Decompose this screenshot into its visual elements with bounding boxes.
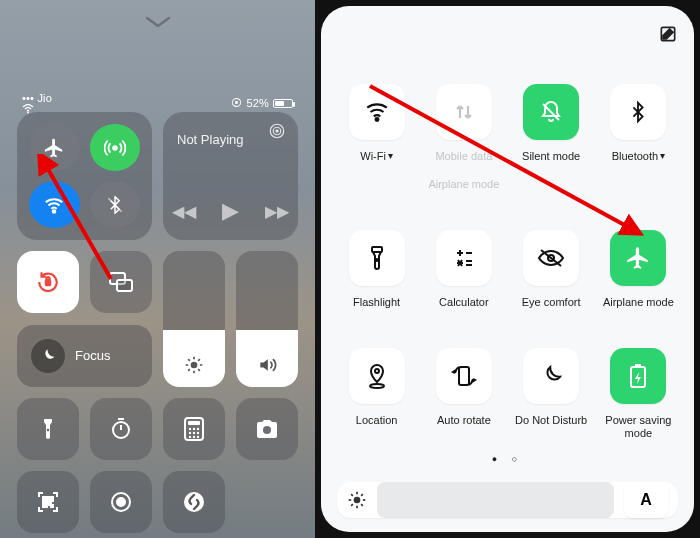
calculator-button[interactable] — [163, 398, 225, 460]
qs-label: Airplane mode — [603, 296, 674, 320]
auto-brightness-button[interactable]: A — [624, 482, 668, 518]
svg-point-29 — [189, 436, 191, 438]
carrier-label: Jio — [37, 92, 52, 104]
qs-tile-flashlight[interactable]: Flashlight — [337, 230, 416, 320]
powersave-icon[interactable] — [610, 348, 666, 404]
qs-tile-powersave[interactable]: Power saving mode — [599, 348, 678, 440]
autorotate-icon[interactable] — [436, 348, 492, 404]
svg-line-18 — [198, 359, 200, 361]
flashlight-icon[interactable] — [349, 230, 405, 286]
svg-point-30 — [193, 436, 195, 438]
qs-tile-calculator[interactable]: Calculator — [424, 230, 503, 320]
bluetooth-toggle[interactable] — [90, 181, 141, 228]
connectivity-tile — [17, 112, 152, 240]
shazam-button[interactable] — [163, 471, 225, 533]
dnd-icon[interactable] — [523, 348, 579, 404]
bluetooth-icon[interactable] — [610, 84, 666, 140]
airplane-icon[interactable] — [610, 230, 666, 286]
svg-line-15 — [188, 359, 190, 361]
svg-rect-59 — [459, 367, 469, 385]
screen-record-button[interactable] — [90, 471, 152, 533]
calculator-icon[interactable] — [436, 230, 492, 286]
brightness-track[interactable] — [377, 482, 614, 518]
svg-rect-35 — [43, 503, 47, 507]
qs-tile-wifi[interactable]: Wi-Fi ▾ — [337, 84, 416, 202]
svg-point-23 — [189, 428, 191, 430]
silent-icon[interactable] — [523, 84, 579, 140]
wifi-toggle[interactable] — [29, 181, 80, 228]
qs-tile-silent[interactable]: Silent mode — [512, 84, 591, 202]
battery-pct: 52% — [246, 97, 269, 109]
qs-label: Location — [356, 414, 398, 438]
android-quick-settings: Wi-Fi ▾Mobile dataAirplane modeSilent mo… — [315, 0, 700, 538]
svg-point-26 — [189, 432, 191, 434]
svg-line-16 — [198, 369, 200, 371]
play-icon[interactable]: ▶ — [222, 198, 239, 224]
brightness-bar[interactable]: A — [337, 482, 678, 518]
svg-point-2 — [53, 210, 56, 213]
svg-line-67 — [351, 495, 353, 497]
media-tile[interactable]: Not Playing ◀◀ ▶ ▶▶ — [163, 112, 298, 240]
qs-tile-autorotate[interactable]: Auto rotate — [424, 348, 503, 440]
svg-point-39 — [117, 498, 125, 506]
qs-label: Bluetooth ▾ — [612, 150, 665, 174]
qs-label: Wi-Fi ▾ — [360, 150, 393, 174]
wifi-icon[interactable] — [349, 84, 405, 140]
svg-point-28 — [197, 432, 199, 434]
mobiledata-icon[interactable] — [436, 84, 492, 140]
svg-rect-22 — [188, 421, 200, 425]
brightness-icon — [347, 490, 367, 510]
svg-point-19 — [47, 429, 49, 431]
eyecomfort-icon[interactable] — [523, 230, 579, 286]
svg-point-1 — [113, 146, 117, 150]
flashlight-button[interactable] — [17, 398, 79, 460]
qs-sublabel: Airplane mode — [428, 178, 499, 202]
cellular-toggle[interactable] — [90, 124, 141, 171]
qs-tile-eyecomfort[interactable]: Eye comfort — [512, 230, 591, 320]
qs-label: Silent mode — [522, 150, 580, 174]
qs-tile-bluetooth[interactable]: Bluetooth ▾ — [599, 84, 678, 202]
svg-rect-44 — [372, 247, 382, 252]
next-track-icon[interactable]: ▶▶ — [265, 202, 289, 221]
qs-label: Power saving mode — [599, 414, 678, 440]
svg-rect-9 — [117, 280, 132, 291]
camera-button[interactable] — [236, 398, 298, 460]
svg-line-69 — [351, 505, 353, 507]
qs-label: Flashlight — [353, 296, 400, 320]
status-bar: ••• Jio ⦿ 52% — [0, 92, 315, 114]
svg-rect-7 — [46, 280, 50, 285]
chevron-down-icon[interactable] — [145, 16, 171, 30]
qr-scan-button[interactable] — [17, 471, 79, 533]
svg-point-42 — [375, 118, 378, 121]
focus-label: Focus — [75, 348, 110, 363]
airplane-toggle[interactable] — [29, 124, 80, 171]
svg-rect-37 — [51, 505, 53, 507]
timer-button[interactable] — [90, 398, 152, 460]
svg-point-32 — [263, 426, 271, 434]
brightness-slider[interactable] — [163, 251, 225, 387]
svg-point-45 — [376, 259, 378, 261]
qs-tile-dnd[interactable]: Do Not Disturb — [512, 348, 591, 440]
volume-slider[interactable] — [236, 251, 298, 387]
svg-line-70 — [361, 495, 363, 497]
qs-tile-location[interactable]: Location — [337, 348, 416, 440]
qs-label: Mobile data — [435, 150, 492, 174]
volume-icon — [256, 355, 278, 375]
svg-rect-34 — [49, 497, 53, 501]
rotation-lock-toggle[interactable] — [17, 251, 79, 313]
svg-line-68 — [361, 505, 363, 507]
svg-point-27 — [193, 432, 195, 434]
brightness-icon — [184, 355, 204, 375]
svg-point-31 — [197, 436, 199, 438]
screen-mirroring-button[interactable] — [90, 251, 152, 313]
battery-icon — [273, 99, 293, 108]
qs-label: Do Not Disturb — [515, 414, 587, 438]
moon-icon — [31, 339, 65, 373]
prev-track-icon[interactable]: ◀◀ — [172, 202, 196, 221]
qs-tile-mobiledata[interactable]: Mobile dataAirplane mode — [424, 84, 503, 202]
focus-button[interactable]: Focus — [17, 325, 152, 387]
qs-tile-airplane[interactable]: Airplane mode — [599, 230, 678, 320]
edit-icon[interactable] — [658, 24, 678, 44]
ios-control-center: ••• Jio ⦿ 52% — [0, 0, 315, 538]
location-icon[interactable] — [349, 348, 405, 404]
